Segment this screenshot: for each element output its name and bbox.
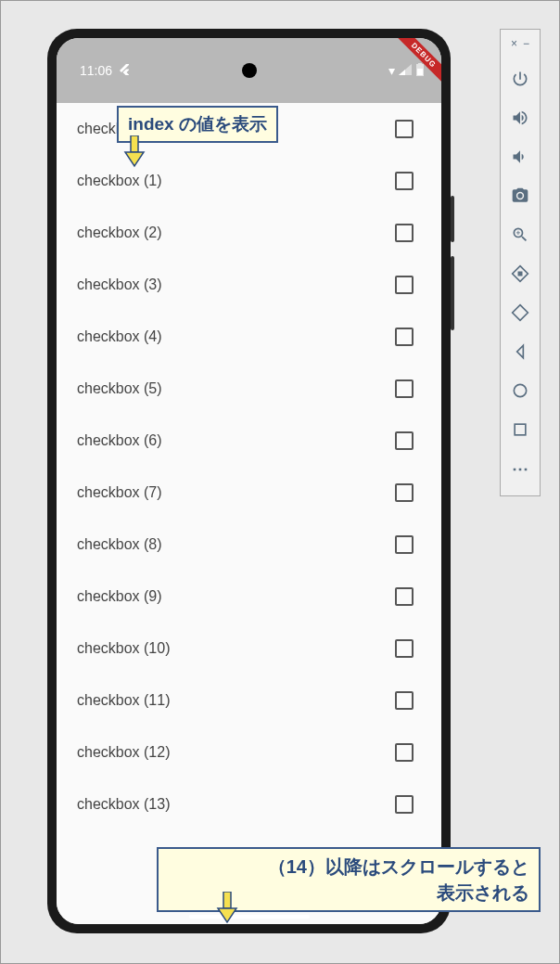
flutter-icon — [120, 63, 129, 78]
rotate-left-icon[interactable] — [506, 260, 534, 288]
arrow-down-icon — [121, 135, 147, 172]
list-item[interactable]: checkbox (6) — [57, 415, 441, 467]
camera-icon[interactable] — [506, 182, 534, 210]
home-icon[interactable] — [506, 377, 534, 405]
home-indicator[interactable] — [189, 915, 310, 919]
checkbox[interactable] — [395, 535, 414, 554]
checkbox[interactable] — [395, 120, 414, 138]
list-item[interactable]: checkbox (11) — [57, 675, 441, 726]
checkbox[interactable] — [395, 691, 414, 710]
rotate-right-icon[interactable] — [506, 299, 534, 327]
list-item-label: checkbox (12) — [77, 744, 171, 761]
list-item-label: checkbox (3) — [77, 276, 162, 293]
list-item[interactable]: checkbox (12) — [57, 726, 441, 778]
checkbox[interactable] — [395, 276, 414, 294]
list-item-label: checkbox (13) — [77, 796, 171, 813]
checkbox[interactable] — [395, 379, 414, 398]
phone-frame: 11:06 ▾ DEBUG checkbox (0)checkbox (1)ch… — [47, 29, 451, 933]
svg-rect-0 — [131, 135, 138, 152]
list-item-label: checkbox (11) — [77, 692, 171, 709]
phone-side-button — [451, 196, 454, 242]
list-item[interactable]: checkbox (2) — [57, 207, 441, 259]
status-bar: 11:06 ▾ DEBUG — [57, 38, 441, 103]
more-icon[interactable]: ⋯ — [506, 455, 534, 482]
phone-screen: 11:06 ▾ DEBUG checkbox (0)checkbox (1)ch… — [57, 38, 441, 924]
checkbox[interactable] — [395, 743, 414, 762]
list-item-label: checkbox (4) — [77, 328, 162, 345]
list-item[interactable]: checkbox (13) — [57, 778, 441, 830]
list-item[interactable]: checkbox (1) — [57, 155, 441, 207]
overview-icon[interactable] — [506, 416, 534, 443]
checkbox[interactable] — [395, 172, 414, 190]
emulator-toolbar: × − ⋯ — [500, 29, 541, 496]
svg-rect-3 — [515, 424, 526, 435]
checkbox[interactable] — [395, 639, 414, 658]
list-item[interactable]: checkbox (7) — [57, 467, 441, 519]
list-item-label: checkbox (10) — [77, 640, 171, 657]
power-icon[interactable] — [506, 65, 534, 93]
list-item-label: checkbox (8) — [77, 536, 162, 553]
list-item-label: checkbox (2) — [77, 225, 162, 241]
checkbox[interactable] — [395, 328, 414, 346]
minimize-button[interactable]: − — [523, 37, 529, 50]
zoom-in-icon[interactable] — [506, 221, 534, 249]
callout-scroll-line1: （14）以降はスクロールすると — [168, 854, 529, 880]
list-item-label: checkbox (7) — [77, 484, 162, 501]
list-item[interactable]: checkbox (8) — [57, 519, 441, 571]
camera-notch — [242, 63, 257, 78]
phone-volume-button — [451, 256, 454, 330]
checkbox[interactable] — [395, 224, 414, 242]
list-item-label: checkbox (9) — [77, 588, 162, 605]
app-content[interactable]: checkbox (0)checkbox (1)checkbox (2)chec… — [57, 103, 441, 924]
close-button[interactable]: × — [511, 37, 517, 50]
checkbox[interactable] — [395, 587, 414, 606]
list-item[interactable]: checkbox (5) — [57, 363, 441, 415]
signal-icon — [399, 63, 412, 78]
svg-point-2 — [514, 384, 526, 396]
svg-rect-1 — [223, 892, 231, 908]
checkbox[interactable] — [395, 795, 414, 814]
clock-time: 11:06 — [80, 63, 112, 78]
list-item-label: checkbox (5) — [77, 380, 162, 397]
list-item[interactable]: checkbox (10) — [57, 623, 441, 675]
list-item[interactable]: checkbox (3) — [57, 259, 441, 311]
list-item-label: checkbox (1) — [77, 173, 162, 189]
checkbox[interactable] — [395, 483, 414, 502]
list-item[interactable]: checkbox (9) — [57, 571, 441, 623]
list-item-label: checkbox (6) — [77, 432, 162, 449]
battery-icon — [415, 63, 425, 79]
wifi-icon: ▾ — [388, 63, 395, 78]
list-item[interactable]: checkbox (4) — [57, 311, 441, 363]
volume-down-icon[interactable] — [506, 143, 534, 171]
volume-up-icon[interactable] — [506, 104, 534, 132]
checkbox[interactable] — [395, 431, 414, 450]
arrow-down-icon — [214, 892, 240, 928]
back-icon[interactable] — [506, 338, 534, 366]
